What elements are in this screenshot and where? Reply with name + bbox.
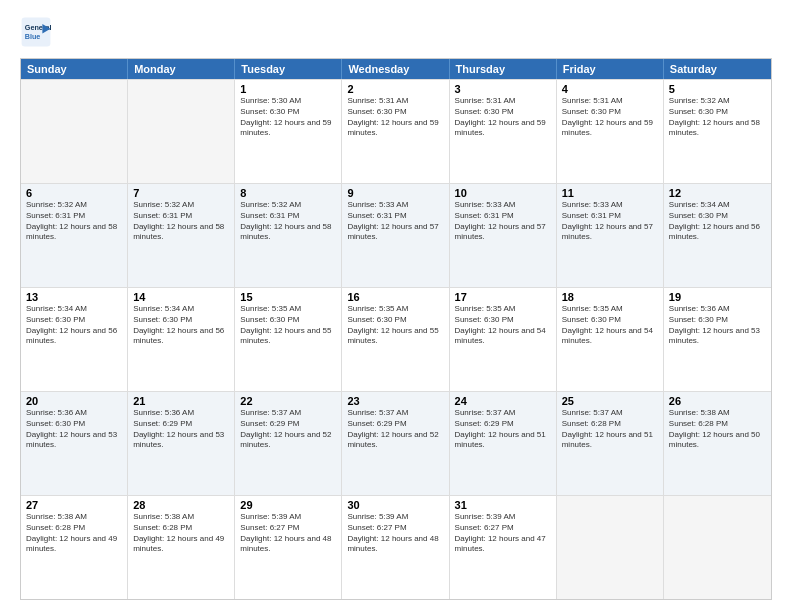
- cell-info: Sunrise: 5:37 AMSunset: 6:29 PMDaylight:…: [347, 408, 443, 451]
- calendar-cell: [21, 80, 128, 183]
- cell-info: Sunrise: 5:37 AMSunset: 6:29 PMDaylight:…: [240, 408, 336, 451]
- cell-info: Sunrise: 5:31 AMSunset: 6:30 PMDaylight:…: [455, 96, 551, 139]
- calendar-cell: 2Sunrise: 5:31 AMSunset: 6:30 PMDaylight…: [342, 80, 449, 183]
- header: General Blue: [20, 16, 772, 48]
- day-number: 9: [347, 187, 443, 199]
- cell-info: Sunrise: 5:38 AMSunset: 6:28 PMDaylight:…: [133, 512, 229, 555]
- day-number: 11: [562, 187, 658, 199]
- calendar-cell: 30Sunrise: 5:39 AMSunset: 6:27 PMDayligh…: [342, 496, 449, 599]
- cell-info: Sunrise: 5:30 AMSunset: 6:30 PMDaylight:…: [240, 96, 336, 139]
- day-number: 26: [669, 395, 766, 407]
- calendar-cell: 22Sunrise: 5:37 AMSunset: 6:29 PMDayligh…: [235, 392, 342, 495]
- day-number: 30: [347, 499, 443, 511]
- calendar-cell: 13Sunrise: 5:34 AMSunset: 6:30 PMDayligh…: [21, 288, 128, 391]
- svg-text:Blue: Blue: [25, 32, 41, 41]
- day-number: 3: [455, 83, 551, 95]
- calendar-cell: 21Sunrise: 5:36 AMSunset: 6:29 PMDayligh…: [128, 392, 235, 495]
- calendar-cell: [557, 496, 664, 599]
- day-number: 12: [669, 187, 766, 199]
- cell-info: Sunrise: 5:39 AMSunset: 6:27 PMDaylight:…: [240, 512, 336, 555]
- calendar-cell: 4Sunrise: 5:31 AMSunset: 6:30 PMDaylight…: [557, 80, 664, 183]
- calendar-day-header: Sunday: [21, 59, 128, 79]
- calendar-cell: [128, 80, 235, 183]
- cell-info: Sunrise: 5:37 AMSunset: 6:29 PMDaylight:…: [455, 408, 551, 451]
- day-number: 24: [455, 395, 551, 407]
- cell-info: Sunrise: 5:38 AMSunset: 6:28 PMDaylight:…: [669, 408, 766, 451]
- calendar-day-header: Friday: [557, 59, 664, 79]
- calendar-week-row: 13Sunrise: 5:34 AMSunset: 6:30 PMDayligh…: [21, 287, 771, 391]
- calendar-cell: 17Sunrise: 5:35 AMSunset: 6:30 PMDayligh…: [450, 288, 557, 391]
- day-number: 29: [240, 499, 336, 511]
- cell-info: Sunrise: 5:32 AMSunset: 6:31 PMDaylight:…: [26, 200, 122, 243]
- calendar-cell: 5Sunrise: 5:32 AMSunset: 6:30 PMDaylight…: [664, 80, 771, 183]
- day-number: 17: [455, 291, 551, 303]
- cell-info: Sunrise: 5:35 AMSunset: 6:30 PMDaylight:…: [240, 304, 336, 347]
- day-number: 10: [455, 187, 551, 199]
- day-number: 4: [562, 83, 658, 95]
- cell-info: Sunrise: 5:33 AMSunset: 6:31 PMDaylight:…: [562, 200, 658, 243]
- calendar-cell: 26Sunrise: 5:38 AMSunset: 6:28 PMDayligh…: [664, 392, 771, 495]
- calendar-cell: 20Sunrise: 5:36 AMSunset: 6:30 PMDayligh…: [21, 392, 128, 495]
- calendar-day-header: Wednesday: [342, 59, 449, 79]
- day-number: 5: [669, 83, 766, 95]
- calendar-week-row: 1Sunrise: 5:30 AMSunset: 6:30 PMDaylight…: [21, 79, 771, 183]
- day-number: 8: [240, 187, 336, 199]
- calendar-cell: 28Sunrise: 5:38 AMSunset: 6:28 PMDayligh…: [128, 496, 235, 599]
- cell-info: Sunrise: 5:31 AMSunset: 6:30 PMDaylight:…: [347, 96, 443, 139]
- day-number: 16: [347, 291, 443, 303]
- day-number: 25: [562, 395, 658, 407]
- calendar-day-header: Tuesday: [235, 59, 342, 79]
- calendar-cell: 3Sunrise: 5:31 AMSunset: 6:30 PMDaylight…: [450, 80, 557, 183]
- calendar-cell: 10Sunrise: 5:33 AMSunset: 6:31 PMDayligh…: [450, 184, 557, 287]
- day-number: 18: [562, 291, 658, 303]
- day-number: 23: [347, 395, 443, 407]
- cell-info: Sunrise: 5:32 AMSunset: 6:31 PMDaylight:…: [240, 200, 336, 243]
- calendar-cell: 9Sunrise: 5:33 AMSunset: 6:31 PMDaylight…: [342, 184, 449, 287]
- day-number: 7: [133, 187, 229, 199]
- day-number: 28: [133, 499, 229, 511]
- calendar-day-header: Saturday: [664, 59, 771, 79]
- day-number: 14: [133, 291, 229, 303]
- calendar-week-row: 6Sunrise: 5:32 AMSunset: 6:31 PMDaylight…: [21, 183, 771, 287]
- day-number: 2: [347, 83, 443, 95]
- calendar-cell: 7Sunrise: 5:32 AMSunset: 6:31 PMDaylight…: [128, 184, 235, 287]
- calendar-day-header: Thursday: [450, 59, 557, 79]
- day-number: 6: [26, 187, 122, 199]
- calendar-cell: [664, 496, 771, 599]
- cell-info: Sunrise: 5:37 AMSunset: 6:28 PMDaylight:…: [562, 408, 658, 451]
- calendar-cell: 31Sunrise: 5:39 AMSunset: 6:27 PMDayligh…: [450, 496, 557, 599]
- calendar-cell: 16Sunrise: 5:35 AMSunset: 6:30 PMDayligh…: [342, 288, 449, 391]
- calendar-cell: 23Sunrise: 5:37 AMSunset: 6:29 PMDayligh…: [342, 392, 449, 495]
- logo: General Blue: [20, 16, 56, 48]
- calendar-cell: 8Sunrise: 5:32 AMSunset: 6:31 PMDaylight…: [235, 184, 342, 287]
- page: General Blue SundayMondayTuesdayWednesda…: [0, 0, 792, 612]
- cell-info: Sunrise: 5:35 AMSunset: 6:30 PMDaylight:…: [562, 304, 658, 347]
- day-number: 15: [240, 291, 336, 303]
- calendar-cell: 14Sunrise: 5:34 AMSunset: 6:30 PMDayligh…: [128, 288, 235, 391]
- calendar: SundayMondayTuesdayWednesdayThursdayFrid…: [20, 58, 772, 600]
- cell-info: Sunrise: 5:34 AMSunset: 6:30 PMDaylight:…: [26, 304, 122, 347]
- day-number: 19: [669, 291, 766, 303]
- day-number: 22: [240, 395, 336, 407]
- cell-info: Sunrise: 5:35 AMSunset: 6:30 PMDaylight:…: [455, 304, 551, 347]
- cell-info: Sunrise: 5:34 AMSunset: 6:30 PMDaylight:…: [133, 304, 229, 347]
- calendar-day-header: Monday: [128, 59, 235, 79]
- calendar-cell: 6Sunrise: 5:32 AMSunset: 6:31 PMDaylight…: [21, 184, 128, 287]
- cell-info: Sunrise: 5:33 AMSunset: 6:31 PMDaylight:…: [455, 200, 551, 243]
- cell-info: Sunrise: 5:36 AMSunset: 6:29 PMDaylight:…: [133, 408, 229, 451]
- cell-info: Sunrise: 5:39 AMSunset: 6:27 PMDaylight:…: [455, 512, 551, 555]
- calendar-cell: 1Sunrise: 5:30 AMSunset: 6:30 PMDaylight…: [235, 80, 342, 183]
- cell-info: Sunrise: 5:33 AMSunset: 6:31 PMDaylight:…: [347, 200, 443, 243]
- calendar-cell: 24Sunrise: 5:37 AMSunset: 6:29 PMDayligh…: [450, 392, 557, 495]
- calendar-cell: 25Sunrise: 5:37 AMSunset: 6:28 PMDayligh…: [557, 392, 664, 495]
- cell-info: Sunrise: 5:39 AMSunset: 6:27 PMDaylight:…: [347, 512, 443, 555]
- calendar-cell: 18Sunrise: 5:35 AMSunset: 6:30 PMDayligh…: [557, 288, 664, 391]
- cell-info: Sunrise: 5:36 AMSunset: 6:30 PMDaylight:…: [669, 304, 766, 347]
- cell-info: Sunrise: 5:32 AMSunset: 6:30 PMDaylight:…: [669, 96, 766, 139]
- cell-info: Sunrise: 5:36 AMSunset: 6:30 PMDaylight:…: [26, 408, 122, 451]
- calendar-cell: 27Sunrise: 5:38 AMSunset: 6:28 PMDayligh…: [21, 496, 128, 599]
- cell-info: Sunrise: 5:32 AMSunset: 6:31 PMDaylight:…: [133, 200, 229, 243]
- calendar-week-row: 20Sunrise: 5:36 AMSunset: 6:30 PMDayligh…: [21, 391, 771, 495]
- day-number: 21: [133, 395, 229, 407]
- logo-icon: General Blue: [20, 16, 52, 48]
